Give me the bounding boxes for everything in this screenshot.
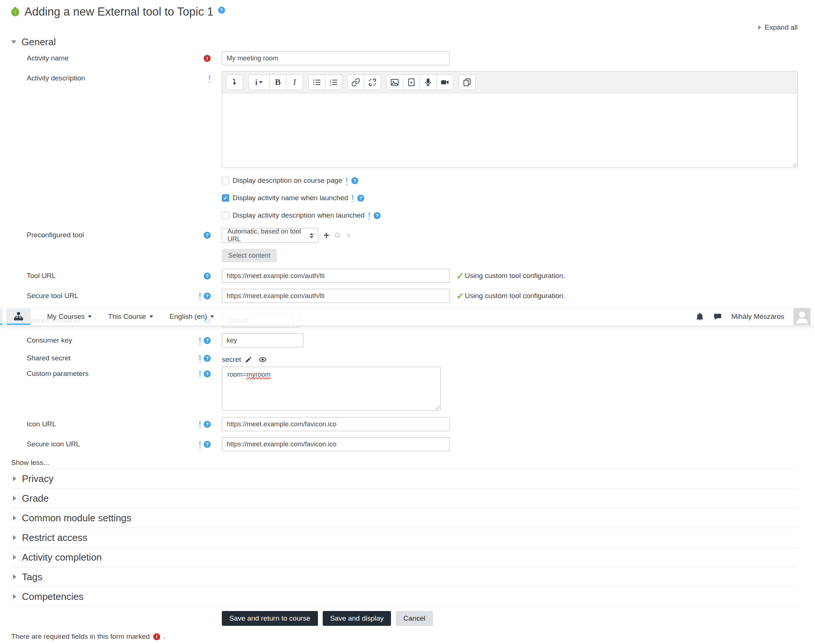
info-icon: ! — [209, 74, 211, 82]
consumer-key-input[interactable] — [222, 333, 303, 347]
preconfigured-tool-select[interactable]: Automatic, based on tool URL — [222, 228, 318, 243]
icon-url-input[interactable] — [222, 417, 450, 431]
messages-icon[interactable] — [714, 313, 722, 321]
required-fields-period: . — [164, 633, 165, 641]
checkbox-label: Display description on course page — [232, 176, 342, 185]
chevron-right-icon — [13, 574, 16, 580]
section-activity-completion-toggle[interactable]: Activity completion — [11, 547, 798, 567]
user-name[interactable]: Mihály Mészáros — [731, 313, 784, 321]
nav-my-courses[interactable]: My Courses — [47, 313, 92, 321]
collapse-toolbar-icon[interactable] — [226, 75, 243, 90]
help-icon[interactable]: ? — [204, 421, 211, 428]
activity-name-label: Activity name — [27, 54, 69, 62]
custom-parameters-row: Custom parameters ! ? room=myroom — [11, 366, 798, 411]
icon-url-row: Icon URL ! ? — [11, 417, 798, 431]
bold-icon[interactable]: B — [269, 75, 286, 90]
selected-option: Automatic, based on tool URL — [228, 228, 304, 243]
resize-handle[interactable] — [435, 405, 440, 409]
nav-item-label: This Course — [108, 313, 146, 321]
secure-icon-url-input[interactable] — [222, 437, 450, 451]
ordered-list-icon[interactable]: 123 — [325, 75, 342, 90]
display-activity-name-checkbox-row[interactable]: ✓ Display activity name when launched ! … — [222, 193, 798, 203]
section-privacy-toggle[interactable]: Privacy — [11, 469, 798, 488]
help-icon[interactable]: ? — [204, 232, 211, 239]
secure-tool-url-row: Secure tool URL ! ? ✓ Using custom tool … — [11, 289, 798, 303]
sticky-navbar: My Courses This Course English (en) Mihá… — [0, 307, 815, 326]
help-icon[interactable]: ? — [357, 195, 364, 202]
image-icon[interactable] — [386, 75, 403, 90]
sitemap-icon[interactable] — [6, 308, 31, 325]
select-content-button[interactable]: Select content — [222, 249, 277, 262]
show-less-link[interactable]: Show less... — [11, 458, 798, 468]
expand-all-link[interactable]: Expand all — [11, 23, 798, 32]
reveal-eye-icon[interactable] — [258, 356, 267, 364]
page-title: Adding a new External tool to Topic 1 — [25, 5, 214, 18]
help-icon[interactable]: ? — [204, 355, 211, 362]
chevron-right-icon — [13, 594, 16, 599]
section-general-toggle[interactable]: General — [11, 35, 798, 48]
manage-files-icon[interactable] — [458, 75, 475, 90]
section-heading: Restrict access — [22, 532, 87, 544]
unordered-list-icon[interactable] — [308, 75, 325, 90]
media-icon[interactable] — [403, 75, 420, 90]
info-icon: ! — [352, 194, 354, 202]
help-icon[interactable]: ? — [204, 273, 211, 279]
save-and-display-button[interactable]: Save and display — [323, 611, 391, 626]
paragraph-styles-icon[interactable]: i — [248, 75, 270, 90]
checkbox-unchecked-icon[interactable] — [222, 212, 229, 219]
preconfigured-tool-row: Preconfigured tool ? Automatic, based on… — [11, 228, 798, 243]
help-icon[interactable]: ? — [351, 177, 358, 184]
section-tags-toggle[interactable]: Tags — [11, 567, 798, 587]
section-grade-toggle[interactable]: Grade — [11, 488, 798, 508]
nav-language[interactable]: English (en) — [169, 313, 214, 321]
display-activity-description-checkbox-row[interactable]: Display activity description when launch… — [222, 210, 798, 221]
status-text: Using custom tool configuration. — [465, 272, 565, 280]
add-tool-icon[interactable]: + — [323, 231, 329, 241]
chevron-right-icon — [13, 515, 16, 521]
section-heading: Grade — [22, 493, 49, 504]
nav-this-course[interactable]: This Course — [108, 313, 153, 321]
display-description-checkbox-row[interactable]: Display description on course page ! ? — [222, 175, 798, 186]
help-icon[interactable]: ? — [204, 293, 211, 300]
nav-partial-button[interactable] — [0, 308, 3, 325]
notifications-bell-icon[interactable] — [695, 313, 704, 321]
select-arrows-icon — [310, 233, 314, 238]
unlink-icon[interactable] — [364, 75, 381, 90]
section-restrict-access-toggle[interactable]: Restrict access — [11, 527, 798, 547]
save-and-return-button[interactable]: Save and return to course — [222, 611, 318, 626]
launch-container-region: Launch container ! ? Default — [11, 307, 798, 333]
help-icon[interactable]: ? — [204, 441, 211, 448]
activity-name-input[interactable] — [222, 51, 450, 65]
consumer-key-row: Consumer key ! ? — [11, 333, 798, 347]
edit-pencil-icon[interactable] — [245, 356, 252, 363]
icon-url-label: Icon URL — [27, 420, 56, 428]
record-audio-icon[interactable] — [420, 75, 437, 90]
italic-icon[interactable]: I — [286, 75, 303, 90]
custom-parameters-textarea[interactable]: room=myroom — [222, 366, 441, 411]
avatar[interactable] — [793, 308, 810, 325]
shared-secret-row: Shared secret ! ? secret — [11, 353, 798, 364]
check-icon: ✓ — [456, 271, 464, 281]
record-video-icon[interactable] — [436, 75, 453, 90]
secure-tool-url-input[interactable] — [222, 289, 450, 303]
chevron-right-icon — [13, 496, 16, 501]
section-general-heading: General — [22, 36, 56, 48]
activity-description-editor-area[interactable] — [222, 94, 797, 167]
cancel-button[interactable]: Cancel — [396, 611, 432, 626]
caret-down-icon — [149, 316, 153, 318]
resize-handle[interactable] — [792, 162, 797, 167]
help-icon[interactable]: ? — [204, 337, 211, 344]
section-competencies-toggle[interactable]: Competencies — [11, 587, 798, 606]
link-icon[interactable] — [347, 75, 364, 90]
section-common-module-settings-toggle[interactable]: Common module settings — [11, 508, 798, 527]
section-heading: Privacy — [22, 473, 54, 485]
chevron-right-icon — [13, 555, 16, 560]
page-help-icon[interactable]: ? — [218, 7, 225, 14]
checkbox-unchecked-icon[interactable] — [222, 177, 229, 184]
tool-url-input[interactable] — [222, 269, 450, 283]
checkbox-checked-icon[interactable]: ✓ — [222, 194, 229, 202]
activity-settings-page: ↑ Adding a new External tool to Topic 1 … — [0, 0, 815, 641]
help-icon[interactable]: ? — [204, 370, 211, 377]
required-icon: ! — [204, 55, 211, 62]
help-icon[interactable]: ? — [374, 212, 381, 219]
